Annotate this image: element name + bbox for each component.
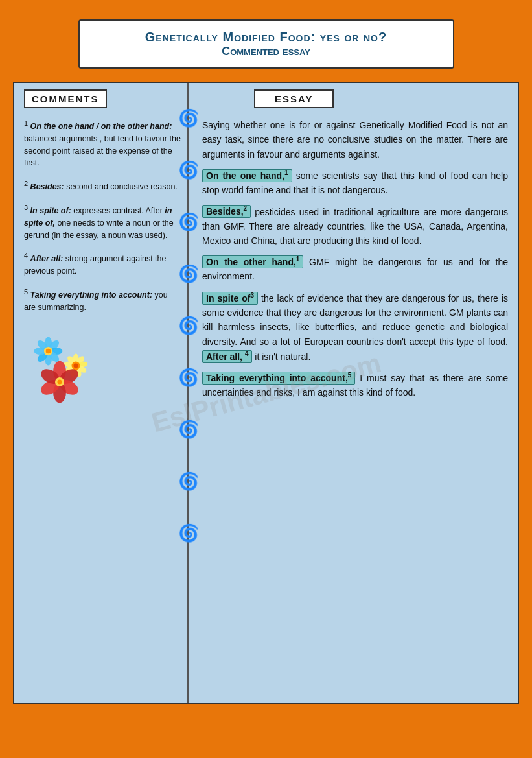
comment-5: 5 Taking everything into account: you ar… [24, 287, 181, 314]
right-column: ESSAY Saying whether one is for or again… [189, 83, 518, 703]
flowers-area [24, 327, 181, 418]
essay-paragraph-4: In spite of3 the lack of evidence that t… [202, 290, 508, 364]
comment-5-num: 5 [24, 288, 28, 296]
spiral-column: 🌀 🌀 🌀 🌀 🌀 🌀 🌀 🌀 🌀 [176, 83, 199, 542]
comment-3-text1: expresses contrast. After [73, 206, 165, 215]
phrase-besides: Besides,2 [202, 205, 251, 218]
page-title-line2: Commented essay [93, 45, 440, 58]
spiral-7: 🌀 [178, 420, 196, 438]
comments-header: COMMENTS [24, 89, 107, 108]
spiral-2: 🌀 [178, 161, 196, 179]
comment-4-num: 4 [24, 252, 28, 259]
para4-text2: it isn't natural. [255, 351, 310, 362]
sup-5: 4 [245, 350, 249, 357]
phrase-on-the-one-hand: On the one hand,1 [202, 169, 292, 182]
comment-1-num: 1 [24, 119, 28, 127]
sup-2: 2 [244, 206, 248, 213]
essay-intro: Saying whether one is for or against Gen… [202, 118, 508, 161]
sup-6: 5 [348, 372, 352, 379]
spiral-3: 🌀 [178, 213, 196, 231]
phrase-on-the-other-hand: On the other hand,1 [202, 255, 303, 268]
main-content: COMMENTS 1 On the one hand / on the othe… [13, 82, 519, 704]
essay-header: ESSAY [254, 89, 334, 108]
essay-paragraph-1: On the one hand,1 some scientists say th… [202, 168, 508, 197]
phrase-after-all: After all, 4 [202, 350, 252, 363]
comment-2-keyword: Besides: [30, 182, 64, 191]
comment-2-text: second and conclusive reason. [66, 182, 178, 191]
sup-4: 3 [250, 292, 254, 299]
comment-1-keyword: On the one hand / on the other hand: [30, 122, 172, 131]
flower-red [37, 359, 82, 405]
sup-3: 1 [296, 255, 300, 263]
page-title-line1: Genetically Modified Food: yes or no? [93, 30, 440, 45]
comment-1: 1 On the one hand / on the other hand: b… [24, 118, 181, 169]
essay-paragraph-3: On the other hand,1 GMF might be dangero… [202, 254, 508, 283]
phrase-in-spite-of: In spite of3 [202, 292, 258, 305]
spiral-5: 🌀 [178, 316, 196, 335]
phrase-taking-everything: Taking everything into account,5 [202, 372, 355, 385]
comment-2-num: 2 [24, 180, 28, 187]
essay-paragraph-2: Besides,2 pesticides used in traditional… [202, 204, 508, 248]
comment-3: 3 In spite of: expresses contrast. After… [24, 202, 181, 241]
spiral-6: 🌀 [178, 368, 196, 386]
essay-body: Saying whether one is for or against Gen… [202, 118, 508, 400]
comment-1-text: balanced arguments , but tend to favour … [24, 134, 181, 168]
svg-point-9 [46, 348, 51, 353]
sup-1: 1 [284, 169, 288, 176]
essay-paragraph-5: Taking everything into account,5 I must … [202, 370, 508, 399]
comment-4-keyword: After all: [30, 255, 64, 264]
left-column: COMMENTS 1 On the one hand / on the othe… [14, 83, 189, 703]
comment-4: 4 After all: strong argument against the… [24, 250, 181, 278]
comment-3-num: 3 [24, 204, 28, 211]
page-title-box: Genetically Modified Food: yes or no? Co… [78, 19, 454, 69]
svg-point-28 [58, 379, 62, 384]
comment-3-keyword: In spite of: [30, 206, 71, 215]
spiral-1: 🌀 [178, 109, 196, 127]
spiral-4: 🌀 [178, 265, 196, 283]
spiral-8: 🌀 [178, 472, 196, 490]
comment-5-keyword: Taking everything into account: [30, 290, 152, 300]
spiral-9: 🌀 [178, 524, 196, 542]
comment-2: 2 Besides: second and conclusive reason. [24, 178, 181, 193]
